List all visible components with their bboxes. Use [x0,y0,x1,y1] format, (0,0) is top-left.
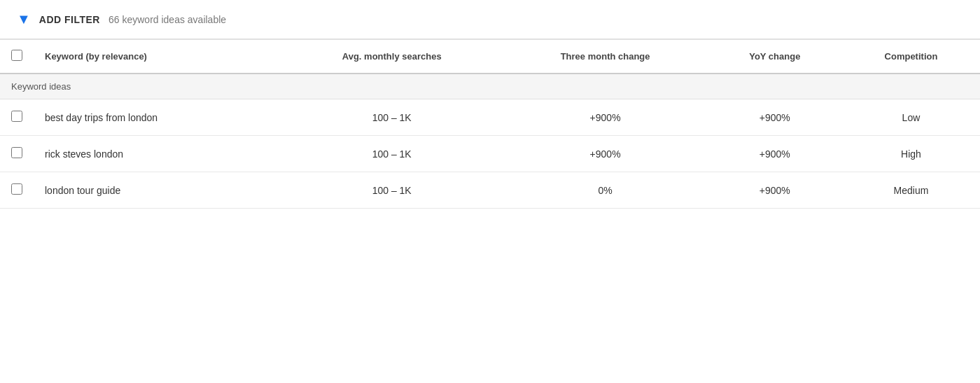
section-row: Keyword ideas [0,74,980,99]
top-bar: ▼ ADD FILTER 66 keyword ideas available [0,0,980,39]
yoy-change-value: +900% [708,99,842,136]
row-checkbox-cell[interactable] [0,99,34,136]
keyword-name: rick steves london [34,136,281,172]
keyword-table: Keyword (by relevance) Avg. monthly sear… [0,39,980,209]
yoy-change-value: +900% [708,172,842,209]
keyword-count: 66 keyword ideas available [108,14,226,25]
avg-monthly-value: 100 – 1K [281,99,503,136]
three-month-value: +900% [503,136,708,172]
header-three-month: Three month change [503,40,708,74]
competition-value: Low [842,99,980,136]
three-month-value: 0% [503,172,708,209]
row-checkbox[interactable] [11,147,22,158]
section-label: Keyword ideas [0,74,980,99]
add-filter-label[interactable]: ADD FILTER [39,14,100,25]
competition-value: Medium [842,172,980,209]
table-row: best day trips from london100 – 1K+900%+… [0,99,980,136]
row-checkbox[interactable] [11,111,22,122]
table-header-row: Keyword (by relevance) Avg. monthly sear… [0,40,980,74]
table-row: rick steves london100 – 1K+900%+900%High [0,136,980,172]
row-checkbox-cell[interactable] [0,136,34,172]
avg-monthly-value: 100 – 1K [281,136,503,172]
three-month-value: +900% [503,99,708,136]
keyword-name: best day trips from london [34,99,281,136]
header-keyword: Keyword (by relevance) [34,40,281,74]
header-avg-monthly: Avg. monthly searches [281,40,503,74]
yoy-change-value: +900% [708,136,842,172]
header-checkbox-cell[interactable] [0,40,34,74]
competition-value: High [842,136,980,172]
avg-monthly-value: 100 – 1K [281,172,503,209]
filter-icon: ▼ [17,11,31,27]
keyword-name: london tour guide [34,172,281,209]
table-row: london tour guide100 – 1K0%+900%Medium [0,172,980,209]
row-checkbox[interactable] [11,183,22,195]
keyword-table-container: Keyword (by relevance) Avg. monthly sear… [0,39,980,209]
header-competition: Competition [842,40,980,74]
row-checkbox-cell[interactable] [0,172,34,209]
header-yoy-change: YoY change [708,40,842,74]
select-all-checkbox[interactable] [11,50,22,61]
